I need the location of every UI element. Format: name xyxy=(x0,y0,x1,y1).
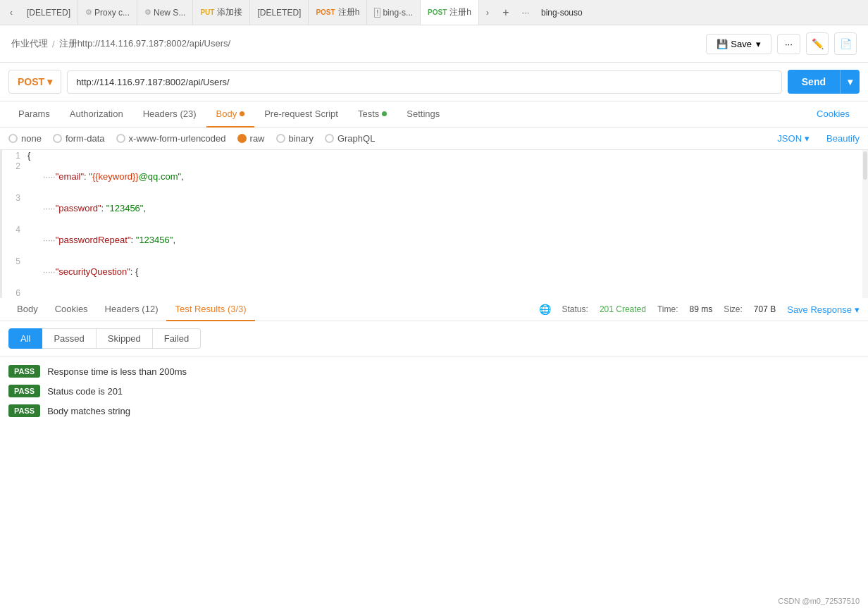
response-tab-cookies[interactable]: Cookies xyxy=(46,298,97,321)
binary-radio[interactable] xyxy=(276,134,285,143)
response-tab-headers[interactable]: Headers (12) xyxy=(97,298,167,321)
tab-bing[interactable]: ! bing-s... xyxy=(367,0,421,25)
send-button[interactable]: Send ▾ xyxy=(788,70,860,94)
more-options-button[interactable]: ··· xyxy=(777,34,800,54)
status-value: 201 Created xyxy=(600,304,646,314)
tab-arrow-right[interactable]: › xyxy=(479,4,496,21)
globe-icon: 🌐 xyxy=(539,304,551,315)
more-dots-icon: ··· xyxy=(785,39,793,49)
tab-authorization[interactable]: Authorization xyxy=(60,101,133,128)
filter-failed[interactable]: Failed xyxy=(153,328,201,349)
news-icon: ⚙ xyxy=(144,8,151,17)
tab-params[interactable]: Params xyxy=(8,101,60,128)
filter-skipped-label: Skipped xyxy=(108,333,141,344)
body-urlencoded-option[interactable]: x-www-form-urlencoded xyxy=(116,133,226,144)
tab-deleted2[interactable]: [DELETED] xyxy=(250,0,309,25)
tab-arrow-left[interactable]: ‹ xyxy=(3,4,20,21)
beautify-button[interactable]: Beautify xyxy=(826,133,860,144)
url-input[interactable] xyxy=(67,70,782,94)
attribution: CSDN @m0_72537510 xyxy=(769,594,868,608)
code-line-6: 6 ···········"id": 1, xyxy=(0,287,868,298)
response-tab-test-results[interactable]: Test Results (3/3) xyxy=(166,298,254,321)
line-num-4: 4 xyxy=(2,224,27,235)
response-status-bar: 🌐 Status: 201 Created Time: 89 ms Size: … xyxy=(539,304,860,315)
save-button[interactable]: 💾 Save ▾ xyxy=(706,34,771,54)
tab-post-reg2[interactable]: POST 注册h xyxy=(421,0,479,25)
doc-button[interactable]: 📄 xyxy=(834,32,857,55)
tab-post1-method: POST xyxy=(316,8,335,16)
breadcrumb-root[interactable]: 作业代理 xyxy=(11,37,48,50)
tab-prerequest[interactable]: Pre-request Script xyxy=(254,101,348,128)
edit-button[interactable]: ✏️ xyxy=(806,32,829,55)
none-radio[interactable] xyxy=(8,134,18,143)
tab-add-button[interactable]: + xyxy=(496,3,516,23)
size-label: Size: xyxy=(724,304,743,314)
line-content-3: ·····"password": "123456", xyxy=(27,192,868,224)
tab-put-add[interactable]: PUT 添加接 xyxy=(193,0,250,25)
filter-all[interactable]: All xyxy=(8,328,42,349)
tab-body[interactable]: Body xyxy=(206,101,255,128)
tab-post-reg1[interactable]: POST 注册h xyxy=(309,0,367,25)
send-label: Send xyxy=(788,70,840,94)
test-result-3: PASS Body matches string xyxy=(8,404,860,417)
method-dropdown-icon: ▾ xyxy=(47,76,52,87)
proxy-icon: ⚙ xyxy=(85,8,92,17)
graphql-radio[interactable] xyxy=(325,134,334,143)
tab-bing-label: bing-s... xyxy=(383,8,413,18)
tab-body-label: Body xyxy=(216,108,237,119)
raw-radio[interactable] xyxy=(237,134,247,143)
json-type-selector[interactable]: JSON ▾ xyxy=(777,133,810,144)
body-dot-indicator xyxy=(240,111,244,116)
raw-label: raw xyxy=(250,133,265,144)
tab-put-method: PUT xyxy=(200,8,214,16)
breadcrumb-sep: / xyxy=(52,39,55,49)
tab-deleted1-label: [DELETED] xyxy=(27,8,70,18)
none-label: none xyxy=(21,133,42,144)
send-dropdown-icon[interactable]: ▾ xyxy=(840,70,860,94)
code-line-4: 4 ·····"passwordRepeat": "123456", xyxy=(0,224,868,256)
test-result-1: PASS Response time is less than 200ms xyxy=(8,365,860,378)
size-value: 707 B xyxy=(754,304,776,314)
response-cookies-label: Cookies xyxy=(55,304,88,314)
bing-icon: ! xyxy=(374,8,380,18)
json-label: JSON xyxy=(777,133,802,144)
filter-passed[interactable]: Passed xyxy=(42,328,96,349)
code-editor[interactable]: 1 { 2 ·····"email": "{{keyword}}@qq.com"… xyxy=(0,150,868,298)
test-result-2: PASS Status code is 201 xyxy=(8,385,860,397)
response-tab-body[interactable]: Body xyxy=(8,298,46,321)
body-graphql-option[interactable]: GraphQL xyxy=(325,133,375,144)
save-response-button[interactable]: Save Response ▾ xyxy=(787,304,860,315)
tab-headers-label: Headers (23) xyxy=(143,108,197,119)
title-actions: 💾 Save ▾ ··· ✏️ 📄 xyxy=(706,32,857,55)
body-raw-option[interactable]: raw xyxy=(237,133,265,144)
method-selector[interactable]: POST ▾ xyxy=(8,70,61,94)
body-none-option[interactable]: none xyxy=(8,133,42,144)
filter-passed-label: Passed xyxy=(54,333,84,344)
test-filter-tabs: All Passed Skipped Failed xyxy=(0,321,868,356)
body-binary-option[interactable]: binary xyxy=(276,133,314,144)
tab-headers[interactable]: Headers (23) xyxy=(133,101,206,128)
formdata-label: form-data xyxy=(66,133,105,144)
tab-settings[interactable]: Settings xyxy=(397,101,450,128)
urlencoded-radio[interactable] xyxy=(116,134,125,143)
cookies-link[interactable]: Cookies xyxy=(807,101,860,128)
breadcrumb-current: 注册http://114.116.97.187:8002/api/Users/ xyxy=(59,37,231,50)
line-num-5: 5 xyxy=(2,256,27,266)
line-content-5: ·····"securityQuestion": { xyxy=(27,256,868,287)
tab-proxy[interactable]: ⚙ Proxy c... xyxy=(78,0,137,25)
tab-put-add-label: 添加接 xyxy=(217,6,242,18)
formdata-radio[interactable] xyxy=(53,134,62,143)
tab-news[interactable]: ⚙ New S... xyxy=(137,0,193,25)
tab-deleted1[interactable]: [DELETED] xyxy=(20,0,78,25)
tab-post2-method: POST xyxy=(428,8,447,16)
tab-post-reg1-label: 注册h xyxy=(338,6,360,18)
doc-icon: 📄 xyxy=(840,38,852,49)
editor-scrollbar[interactable] xyxy=(862,150,868,298)
tab-tests-label: Tests xyxy=(358,108,379,119)
save-dropdown-icon[interactable]: ▾ xyxy=(756,39,761,49)
tab-tests[interactable]: Tests xyxy=(348,101,397,128)
tab-auth-label: Authorization xyxy=(70,108,123,119)
filter-skipped[interactable]: Skipped xyxy=(97,328,153,349)
tab-more-button[interactable]: ··· xyxy=(516,3,535,23)
body-formdata-option[interactable]: form-data xyxy=(53,133,105,144)
